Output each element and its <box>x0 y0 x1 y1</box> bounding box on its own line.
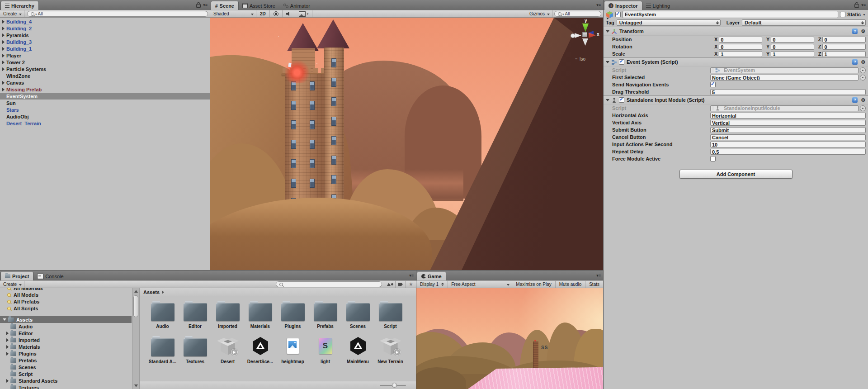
tree-item[interactable]: Standard Assets <box>0 377 132 384</box>
projection-toggle[interactable]: Iso <box>575 57 585 62</box>
vector-field[interactable]: 0 <box>822 44 866 50</box>
property-field[interactable]: StandaloneInputModule <box>710 105 859 111</box>
property-checkbox[interactable] <box>710 156 716 161</box>
scene-audio-button[interactable] <box>283 10 295 17</box>
aspect-dropdown[interactable]: Free Aspect <box>448 281 512 288</box>
project-asset[interactable]: Prefabs <box>311 299 340 329</box>
expand-arrow-icon[interactable] <box>2 20 5 24</box>
hierarchy-item[interactable]: Building_2 <box>0 25 210 32</box>
zoom-slider-knob[interactable] <box>392 383 397 388</box>
tab-asset-store[interactable]: Asset Store <box>238 1 279 10</box>
static-dropdown-arrow[interactable]: ▼ <box>863 13 866 16</box>
display-dropdown[interactable]: Display 1 <box>416 281 448 288</box>
tree-item[interactable]: Textures <box>0 384 132 389</box>
stats-button[interactable]: Stats <box>585 281 603 288</box>
tree-root-assets[interactable]: Assets <box>0 316 132 323</box>
tree-item[interactable]: Editor <box>0 330 132 337</box>
property-checkbox[interactable] <box>710 82 716 87</box>
tree-item[interactable]: Script <box>0 370 132 377</box>
project-asset[interactable]: Script <box>376 299 405 329</box>
property-field[interactable]: 10 <box>710 142 866 147</box>
tree-item[interactable]: Prefabs <box>0 357 132 364</box>
project-asset[interactable]: light <box>311 335 340 364</box>
scene-search-input[interactable]: All <box>554 11 601 17</box>
project-asset[interactable]: New Terrain <box>376 335 405 364</box>
expand-arrow-icon[interactable] <box>6 332 9 335</box>
favorite-item[interactable]: All Scripts <box>0 305 132 312</box>
hierarchy-search-input[interactable]: All <box>27 11 208 17</box>
axis-y-cone[interactable] <box>582 24 589 32</box>
pane-menu-icon[interactable] <box>409 274 414 278</box>
expand-arrow-icon[interactable] <box>6 338 9 342</box>
expand-arrow-icon[interactable] <box>2 27 5 30</box>
foldout-arrow-icon[interactable] <box>606 99 609 101</box>
hierarchy-item[interactable]: Building_3 <box>0 38 210 45</box>
tab-game[interactable]: Game <box>417 272 446 280</box>
tree-item[interactable]: Audio <box>0 323 132 330</box>
expand-arrow-icon[interactable] <box>2 47 5 51</box>
project-asset[interactable]: Plugins <box>278 299 307 329</box>
hierarchy-item[interactable]: Pyramids <box>0 32 210 38</box>
scene-effects-button[interactable]: ▾ <box>295 10 313 17</box>
expand-arrow-icon[interactable] <box>2 67 5 71</box>
hierarchy-item[interactable]: Canvas <box>0 79 210 86</box>
breadcrumb-label[interactable]: Assets <box>143 289 160 295</box>
foldout-arrow-icon[interactable] <box>3 318 6 321</box>
layer-dropdown[interactable]: Default <box>742 19 866 26</box>
component-header[interactable]: Standalone Input Module (Script) <box>604 95 868 104</box>
add-component-button[interactable]: Add Component <box>679 170 793 179</box>
property-field[interactable]: Horizontal <box>710 113 866 119</box>
favorites-button[interactable] <box>406 281 416 288</box>
project-asset[interactable]: MainMenu <box>344 335 372 364</box>
foldout-arrow-icon[interactable] <box>606 61 609 63</box>
scene-lighting-button[interactable] <box>270 10 283 17</box>
tab-project[interactable]: Project <box>1 272 33 280</box>
tree-item[interactable]: Imported <box>0 337 132 343</box>
axis-cone[interactable] <box>575 33 581 38</box>
game-viewport[interactable]: SS <box>416 288 603 389</box>
object-picker-icon[interactable] <box>860 105 866 111</box>
vector-field[interactable]: 0 <box>771 44 814 50</box>
expand-arrow-icon[interactable] <box>6 345 9 349</box>
project-asset[interactable]: Materials <box>246 299 274 329</box>
tree-item[interactable]: Plugins <box>0 350 132 357</box>
property-field[interactable]: None (Game Object) <box>710 75 859 81</box>
lock-icon[interactable] <box>854 4 859 8</box>
pane-menu-icon[interactable] <box>596 274 601 278</box>
project-asset[interactable]: Desert <box>213 335 242 364</box>
vector-field[interactable]: 1 <box>822 51 866 57</box>
hierarchy-item[interactable]: Stars <box>0 106 210 113</box>
component-header[interactable]: Event System (Script) <box>604 57 868 66</box>
scene-viewport[interactable]: y x Iso <box>210 18 603 270</box>
filter-by-type-button[interactable] <box>385 281 395 288</box>
project-asset[interactable]: Imported <box>213 299 242 329</box>
hierarchy-item[interactable]: Building_4 <box>0 18 210 25</box>
vector-field[interactable]: 0 <box>719 44 762 50</box>
project-create-button[interactable]: Create <box>0 281 24 288</box>
filter-by-label-button[interactable] <box>395 281 406 288</box>
object-picker-icon[interactable] <box>860 75 866 81</box>
tab-animator[interactable]: Animator <box>279 1 314 10</box>
hierarchy-item[interactable]: Missing Prefab <box>0 86 210 93</box>
tab-console[interactable]: Console <box>33 272 67 280</box>
object-name-field[interactable]: EventSystem <box>623 11 838 18</box>
tab-scene[interactable]: Scene <box>211 1 238 10</box>
scroll-up-icon[interactable] <box>134 290 138 293</box>
gear-icon[interactable] <box>861 98 865 103</box>
toggle-2d-button[interactable]: 2D <box>256 10 270 17</box>
property-field[interactable]: Vertical <box>710 120 866 126</box>
tab-inspector[interactable]: Inspector <box>604 1 642 10</box>
hierarchy-create-button[interactable]: Create <box>0 10 24 17</box>
help-icon[interactable] <box>852 28 858 34</box>
expand-arrow-icon[interactable] <box>2 88 5 91</box>
project-asset[interactable]: Scenes <box>344 299 372 329</box>
component-enabled-checkbox[interactable] <box>619 59 624 65</box>
project-asset[interactable]: Audio <box>148 299 177 329</box>
expand-arrow-icon[interactable] <box>2 54 5 57</box>
expand-arrow-icon[interactable] <box>6 352 9 356</box>
property-field[interactable]: Submit <box>710 127 866 133</box>
hierarchy-item[interactable]: AudioObj <box>0 113 210 120</box>
mute-audio-button[interactable]: Mute audio <box>556 281 585 288</box>
favorite-item[interactable]: All Models <box>0 291 132 298</box>
orientation-gizmo[interactable]: y x Iso <box>570 19 603 68</box>
